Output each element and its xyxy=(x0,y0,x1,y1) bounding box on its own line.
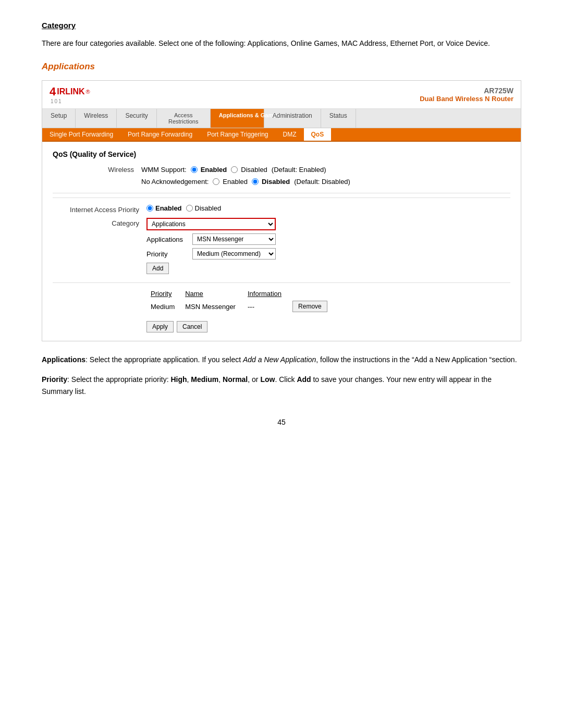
summary-priority-header: Priority xyxy=(146,288,181,299)
summary-actions-header xyxy=(288,288,334,299)
p1-text2: , follow the instructions in the “Add a … xyxy=(316,355,517,364)
logo-a: 4 xyxy=(50,85,56,98)
router-ui-box: 4 IRLINK ® 101 AR725W Dual Band Wireless… xyxy=(42,80,521,341)
priority-select[interactable]: High Medium (Recommend) Normal Low xyxy=(192,248,276,260)
subnav-dmz[interactable]: DMZ xyxy=(276,128,304,141)
applications-section-title: Applications xyxy=(42,61,521,72)
no-ack-enabled-option[interactable]: Enabled xyxy=(213,178,248,186)
nav-tabs: Setup Wireless Security Access Restricti… xyxy=(42,109,521,128)
subnav-qos[interactable]: QoS xyxy=(304,128,332,141)
summary-remove-cell-0: Remove xyxy=(288,299,334,314)
iap-enabled-text: Enabled xyxy=(155,204,182,212)
p2-bold: Priority xyxy=(42,375,67,384)
remove-button-0[interactable]: Remove xyxy=(292,301,327,312)
no-ack-controls: No Acknowledgement: Enabled Disabled (De… xyxy=(141,178,350,186)
page-number: 45 xyxy=(42,418,521,426)
router-model-info: AR725W Dual Band Wireless N Router xyxy=(420,87,513,103)
iap-section: Internet Access Priority Enabled Disable… xyxy=(53,198,510,332)
p1-text: : Select the appropriate application. If… xyxy=(85,355,243,364)
add-button[interactable]: Add xyxy=(146,263,169,274)
summary-name-header: Name xyxy=(181,288,243,299)
p2-add: Add xyxy=(297,375,311,384)
summary-table: Priority Name Information Medium MSN Mes… xyxy=(146,288,334,314)
tab-security[interactable]: Security xyxy=(117,109,156,128)
applications-select[interactable]: MSN Messenger AIM Yahoo Messenger Add a … xyxy=(192,233,276,245)
no-ack-row: No Acknowledgement: Enabled Disabled (De… xyxy=(53,178,510,186)
no-ack-disabled-option[interactable]: Disabled xyxy=(252,178,290,186)
iap-enabled-option[interactable]: Enabled xyxy=(146,204,182,212)
wmm-disabled-radio[interactable] xyxy=(231,166,238,173)
priority-field-label: Priority xyxy=(146,250,188,258)
wmm-enabled-option[interactable]: Enabled xyxy=(191,166,227,174)
intro-text: There are four categories available. Sel… xyxy=(42,38,521,49)
no-ack-disabled-label: Disabled xyxy=(262,178,290,186)
tab-access-restrictions-label: Access Restrictions xyxy=(165,112,202,125)
action-buttons: Apply Cancel xyxy=(146,321,510,332)
add-button-row: Add xyxy=(146,263,276,274)
p2-low: Low xyxy=(260,375,275,384)
wmm-default-text: (Default: Enabled) xyxy=(272,166,326,174)
no-ack-enabled-radio[interactable] xyxy=(213,178,219,185)
no-ack-default-text: (Default: Disabled) xyxy=(294,178,350,186)
wmm-support-row: Wireless WMM Support: Enabled Disabled (… xyxy=(53,166,510,174)
tab-status[interactable]: Status xyxy=(321,109,356,128)
wmm-controls: WMM Support: Enabled Disabled (Default: … xyxy=(141,166,326,174)
iap-disabled-text: Disabled xyxy=(195,204,222,212)
summary-priority-0: Medium xyxy=(146,299,181,314)
p2-text: : Select the appropriate priority: xyxy=(67,375,170,384)
tab-administration[interactable]: Administration xyxy=(264,109,321,128)
iap-disabled-radio[interactable] xyxy=(186,205,193,212)
logo-reg: ® xyxy=(86,89,90,95)
body-paragraph-1: Applications: Select the appropriate app… xyxy=(42,354,521,365)
wireless-label: Wireless xyxy=(58,166,141,174)
wmm-support-label: WMM Support: xyxy=(141,166,187,174)
tab-applications-gaming[interactable]: Applications & Gaming xyxy=(211,109,264,128)
applications-field-label: Applications xyxy=(146,236,188,243)
summary-section: Priority Name Information Medium MSN Mes… xyxy=(53,282,510,314)
summary-name-0: MSN Messenger xyxy=(181,299,243,314)
tab-applications-gaming-label: Applications & Gaming xyxy=(219,112,255,118)
p1-italic: Add a New Application xyxy=(243,355,316,364)
content-area: QoS (Quality of Service) Wireless WMM Su… xyxy=(42,142,521,341)
iap-enabled-row: Internet Access Priority Enabled Disable… xyxy=(53,204,510,214)
tab-wireless[interactable]: Wireless xyxy=(76,109,117,128)
body-paragraph-2: Priority: Select the appropriate priorit… xyxy=(42,374,521,397)
wmm-disabled-option[interactable]: Disabled xyxy=(231,166,267,174)
category-title: Category xyxy=(42,21,521,30)
summary-row-0: Medium MSN Messenger --- Remove xyxy=(146,299,334,314)
apply-button[interactable]: Apply xyxy=(146,321,174,332)
category-content: Applications Online Games MAC Address Et… xyxy=(146,218,276,274)
no-ack-label: No Acknowledgement: xyxy=(141,178,209,186)
iap-disabled-option[interactable]: Disabled xyxy=(186,204,222,212)
p2-text2: . Click xyxy=(275,375,297,384)
applications-row: Applications MSN Messenger AIM Yahoo Mes… xyxy=(146,233,276,245)
wireless-settings-section: Wireless WMM Support: Enabled Disabled (… xyxy=(53,166,510,186)
no-ack-disabled-radio[interactable] xyxy=(252,178,259,185)
iap-toggle: Enabled Disabled xyxy=(146,204,221,212)
iap-label: Internet Access Priority xyxy=(53,204,146,214)
summary-info-0: --- xyxy=(243,299,288,314)
wmm-disabled-label: Disabled xyxy=(241,166,267,174)
subnav-single-port[interactable]: Single Port Forwarding xyxy=(42,128,120,141)
tab-setup[interactable]: Setup xyxy=(42,109,76,128)
no-ack-enabled-label: Enabled xyxy=(223,178,248,186)
category-label: Category xyxy=(53,218,146,227)
sub-nav: Single Port Forwarding Port Range Forwar… xyxy=(42,128,521,142)
p2-normal: Normal xyxy=(223,375,248,384)
category-row: Category Applications Online Games MAC A… xyxy=(53,218,510,274)
p2-high: High xyxy=(170,375,187,384)
router-header: 4 IRLINK ® 101 AR725W Dual Band Wireless… xyxy=(42,81,521,109)
section-divider xyxy=(53,193,510,193)
iap-enabled-radio[interactable] xyxy=(146,205,153,212)
summary-info-header: Information xyxy=(243,288,288,299)
wmm-enabled-radio[interactable] xyxy=(191,166,198,173)
cancel-button[interactable]: Cancel xyxy=(177,321,207,332)
priority-row: Priority High Medium (Recommend) Normal … xyxy=(146,248,276,260)
subnav-port-range-trigger[interactable]: Port Range Triggering xyxy=(200,128,275,141)
subnav-port-range-fwd[interactable]: Port Range Forwarding xyxy=(120,128,200,141)
model-desc: Dual Band Wireless N Router xyxy=(420,95,513,103)
category-select[interactable]: Applications Online Games MAC Address Et… xyxy=(146,218,276,230)
tab-access-restrictions[interactable]: Access Restrictions xyxy=(157,109,211,128)
router-logo: 4 IRLINK ® 101 xyxy=(50,85,90,104)
logo-irlink: IRLINK xyxy=(57,87,84,96)
